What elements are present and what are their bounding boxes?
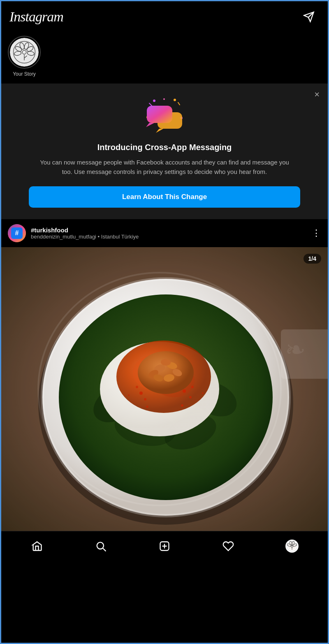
- profile-avatar-image: [286, 540, 298, 552]
- story-avatar-inner: [10, 38, 39, 67]
- app-header: Instagram: [1, 1, 328, 31]
- post-header: # #turkishfood benddenizin_mutlu_mutfagi…: [1, 219, 328, 247]
- banner-close-button[interactable]: ×: [314, 90, 320, 99]
- learn-about-change-button[interactable]: Learn About This Change: [29, 186, 300, 208]
- banner-body: You can now message people with Facebook…: [37, 158, 292, 176]
- svg-point-17: [163, 98, 165, 100]
- post-image: ❧ 1/4: [1, 247, 328, 531]
- nav-add-button[interactable]: [154, 538, 175, 554]
- send-icon: [303, 11, 315, 23]
- story-label: Your Story: [13, 71, 36, 77]
- svg-point-2: [10, 38, 39, 67]
- nav-profile-avatar: [285, 540, 299, 553]
- svg-point-60: [128, 394, 130, 396]
- image-counter: 1/4: [304, 254, 321, 264]
- svg-line-67: [103, 548, 105, 551]
- post-avatar-bg: #: [8, 224, 26, 242]
- nav-search-button[interactable]: [90, 538, 111, 554]
- app-logo: Instagram: [9, 9, 63, 25]
- svg-point-61: [202, 392, 204, 394]
- food-photo: ❧: [1, 247, 328, 531]
- svg-point-54: [183, 389, 186, 393]
- banner-title: Introducing Cross-App Messaging: [97, 143, 232, 152]
- svg-point-57: [191, 386, 194, 388]
- svg-marker-23: [146, 123, 154, 127]
- svg-point-58: [146, 405, 148, 408]
- svg-line-19: [178, 102, 180, 105]
- send-button[interactable]: [298, 9, 320, 25]
- svg-point-55: [189, 396, 192, 398]
- post-avatar-image: #: [8, 224, 26, 242]
- svg-point-13: [153, 100, 155, 102]
- svg-point-44: [138, 351, 194, 394]
- svg-text:#: #: [15, 229, 19, 236]
- post-menu-button[interactable]: ⋮: [312, 228, 321, 239]
- post-subtitle: benddenizin_mutlu_mutfagi • Istanbul Tür…: [31, 234, 307, 240]
- bottom-nav: [1, 531, 328, 563]
- svg-point-53: [144, 398, 146, 401]
- nav-profile-button[interactable]: [281, 538, 303, 554]
- post-info: #turkishfood benddenizin_mutlu_mutfagi •…: [31, 227, 307, 240]
- home-icon: [31, 540, 43, 552]
- svg-text:❧: ❧: [285, 336, 306, 364]
- add-icon: [159, 540, 170, 552]
- story-item-your-story[interactable]: Your Story: [8, 36, 41, 77]
- svg-point-14: [174, 99, 176, 101]
- cross-app-icon: [142, 97, 187, 134]
- post-avatar: #: [8, 224, 26, 242]
- svg-line-18: [149, 103, 152, 106]
- svg-rect-22: [147, 106, 172, 123]
- stories-bar: Your Story: [1, 31, 328, 83]
- post-username: #turkishfood: [31, 227, 307, 234]
- your-story-avatar-image: [10, 38, 39, 67]
- cross-app-messaging-banner: ×: [1, 83, 328, 219]
- story-avatar-ring: [8, 36, 41, 69]
- nav-activity-button[interactable]: [218, 538, 239, 554]
- svg-point-56: [136, 386, 138, 388]
- svg-point-59: [181, 404, 183, 407]
- search-icon: [95, 540, 107, 552]
- heart-icon: [222, 540, 234, 552]
- banner-icon: [142, 97, 187, 135]
- nav-home-button[interactable]: [26, 538, 48, 554]
- svg-point-52: [139, 391, 143, 395]
- svg-marker-21: [156, 129, 163, 133]
